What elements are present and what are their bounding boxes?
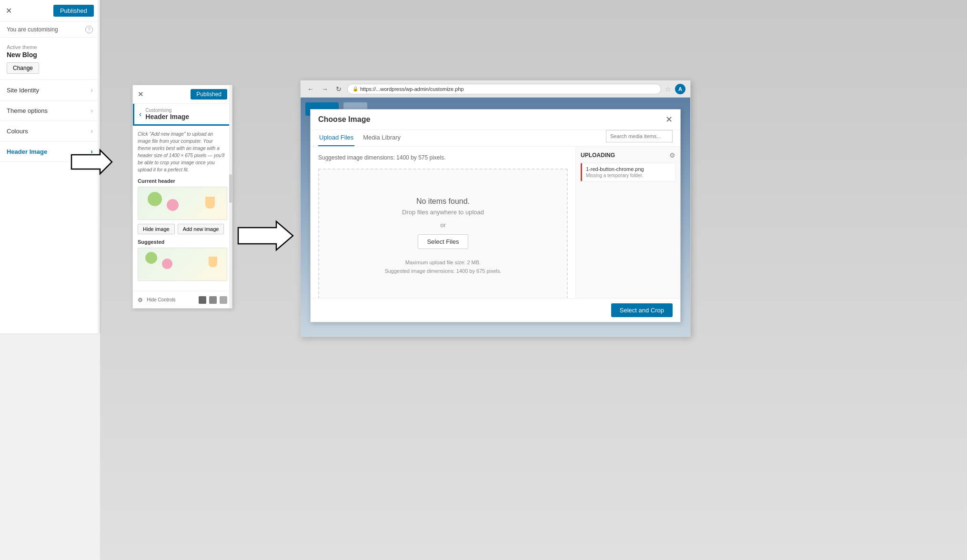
suggested-image-preview — [138, 248, 227, 281]
suggested-dimensions-info-text: Suggested image dimensions: 1400 by 675 … — [384, 268, 501, 274]
add-new-image-button[interactable]: Add new image — [178, 224, 224, 234]
or-text: or — [440, 221, 446, 229]
header-image-panel: ✕ Published ‹ Customising Header Image C… — [132, 85, 232, 309]
browser-url-bar[interactable]: 🔒 https://...wordpress/wp-admin/customiz… — [347, 84, 661, 94]
tablet-icon[interactable] — [209, 296, 217, 304]
sug-cup-decoration — [209, 257, 217, 267]
uploading-label: UPLOADING — [581, 152, 615, 159]
header-image-description: Click "Add new image" to upload an image… — [138, 130, 227, 173]
uploading-header: UPLOADING ⚙ — [581, 151, 675, 159]
sidebar-item-label: Site Identity — [7, 87, 39, 94]
select-and-crop-button[interactable]: Select and Crop — [611, 303, 673, 317]
middle-panel-footer: ⚙ Hide Controls — [133, 291, 232, 308]
tab-media-library[interactable]: Media Library — [362, 130, 402, 146]
sug-leaf-decoration — [145, 252, 157, 264]
leaf-decoration — [148, 192, 162, 206]
tab-upload-files[interactable]: Upload Files — [318, 130, 354, 146]
settings-icon: ⚙ — [138, 297, 143, 303]
sug-flower-decoration — [162, 259, 172, 269]
cup-decoration — [205, 197, 215, 209]
upload-item-error-text: Missing a temporary folder. — [586, 173, 671, 178]
customising-text: You are customising — [7, 26, 58, 33]
back-arrow-icon[interactable]: ‹ — [139, 110, 141, 119]
modal-main-area: Suggested image dimensions: 1400 by 575 … — [311, 147, 575, 311]
sidebar-item-theme-options[interactable]: Theme options › — [0, 100, 100, 121]
sidebar-item-label: Colours — [7, 128, 28, 135]
browser-user-avatar[interactable]: A — [675, 84, 685, 94]
browser-back-button[interactable]: ← — [305, 84, 316, 94]
chevron-right-icon: › — [91, 107, 93, 114]
modal-sidebar: UPLOADING ⚙ 1-red-button-chrome.png Miss… — [575, 147, 680, 311]
middle-panel-top-bar: ✕ Published — [133, 85, 232, 104]
middle-panel-close-icon[interactable]: ✕ — [138, 90, 144, 99]
middle-panel-title: Header Image — [145, 113, 189, 120]
upload-item-filename: 1-red-button-chrome.png — [586, 166, 671, 172]
info-icon[interactable]: ? — [85, 26, 93, 33]
search-media-input[interactable] — [606, 130, 673, 142]
upload-drop-area: No items found. Drop files anywhere to u… — [318, 169, 568, 304]
middle-panel-nav: ‹ Customising Header Image — [133, 104, 232, 126]
sidebar-item-site-identity[interactable]: Site Identity › — [0, 80, 100, 100]
active-theme-name: New Blog — [7, 51, 93, 59]
hide-controls-text: Hide Controls — [147, 297, 176, 302]
upload-info-text: Maximum upload file size: 2 MB. Suggeste… — [384, 259, 501, 275]
modal-close-button[interactable]: ✕ — [665, 115, 673, 124]
modal-body: Suggested image dimensions: 1400 by 575 … — [311, 147, 680, 311]
desktop-icon[interactable] — [199, 296, 206, 304]
active-theme-label: Active theme — [7, 44, 93, 50]
modal-footer: Select and Crop — [311, 298, 680, 322]
flower-decoration — [167, 199, 179, 211]
browser-forward-button[interactable]: → — [320, 84, 330, 94]
browser-toolbar: ← → ↻ 🔒 https://...wordpress/wp-admin/cu… — [301, 80, 690, 98]
mobile-icon[interactable] — [220, 296, 227, 304]
arrow-2 — [233, 219, 295, 254]
select-files-button[interactable]: Select Files — [418, 234, 468, 249]
svg-marker-0 — [71, 150, 112, 174]
choose-image-modal: Choose Image ✕ Upload Files Media Librar… — [310, 109, 681, 322]
customising-label-row: You are customising ? — [0, 22, 100, 38]
active-theme-section: Active theme New Blog Change — [0, 38, 100, 80]
current-header-image-preview — [138, 187, 227, 220]
modal-title: Choose Image — [318, 115, 370, 124]
footer-device-icons — [199, 296, 227, 304]
change-theme-button[interactable]: Change — [7, 62, 39, 74]
sidebar-item-label: Theme options — [7, 107, 48, 114]
upload-item: 1-red-button-chrome.png Missing a tempor… — [581, 163, 675, 181]
drop-files-text: Drop files anywhere to upload — [402, 209, 484, 216]
published-button[interactable]: Published — [53, 5, 94, 17]
middle-panel-scrollbar — [229, 85, 232, 308]
suggested-dimensions-hint: Suggested image dimensions: 1400 by 575 … — [318, 154, 568, 161]
suggested-label: Suggested — [138, 239, 227, 245]
arrow-1 — [67, 148, 114, 178]
browser-refresh-button[interactable]: ↻ — [334, 84, 343, 94]
chevron-right-icon: › — [91, 127, 93, 135]
svg-marker-1 — [238, 221, 293, 250]
middle-panel-breadcrumb: Customising — [145, 108, 189, 113]
modal-search-bar — [606, 130, 673, 142]
modal-header: Choose Image ✕ — [311, 110, 680, 130]
sidebar-top-bar: ✕ Published — [0, 0, 100, 22]
uploading-settings-icon[interactable]: ⚙ — [669, 151, 675, 159]
sidebar-close-icon[interactable]: ✕ — [6, 6, 12, 15]
scroll-thumb — [229, 174, 232, 203]
chevron-right-icon: › — [91, 86, 93, 94]
header-image-decoration — [138, 187, 227, 220]
sidebar-item-label: Header Image — [7, 148, 47, 155]
browser-url-text: https://...wordpress/wp-admin/customize.… — [360, 86, 464, 92]
sidebar-item-colours[interactable]: Colours › — [0, 121, 100, 141]
max-upload-size-text: Maximum upload file size: 2 MB. — [405, 260, 481, 265]
current-header-label: Current header — [138, 178, 227, 184]
middle-panel-published-button[interactable]: Published — [191, 89, 227, 100]
modal-tabs: Upload Files Media Library — [311, 130, 680, 147]
right-browser-window: ← → ↻ 🔒 https://...wordpress/wp-admin/cu… — [300, 80, 691, 337]
middle-panel-body: Click "Add new image" to upload an image… — [133, 126, 232, 301]
header-image-buttons: Hide image Add new image — [138, 224, 227, 234]
lock-icon: 🔒 — [353, 86, 358, 91]
browser-star-icon[interactable]: ☆ — [665, 85, 671, 93]
no-items-text: No items found. — [416, 197, 470, 206]
hide-controls-label: ⚙ Hide Controls — [138, 297, 176, 303]
hide-image-button[interactable]: Hide image — [138, 224, 175, 234]
